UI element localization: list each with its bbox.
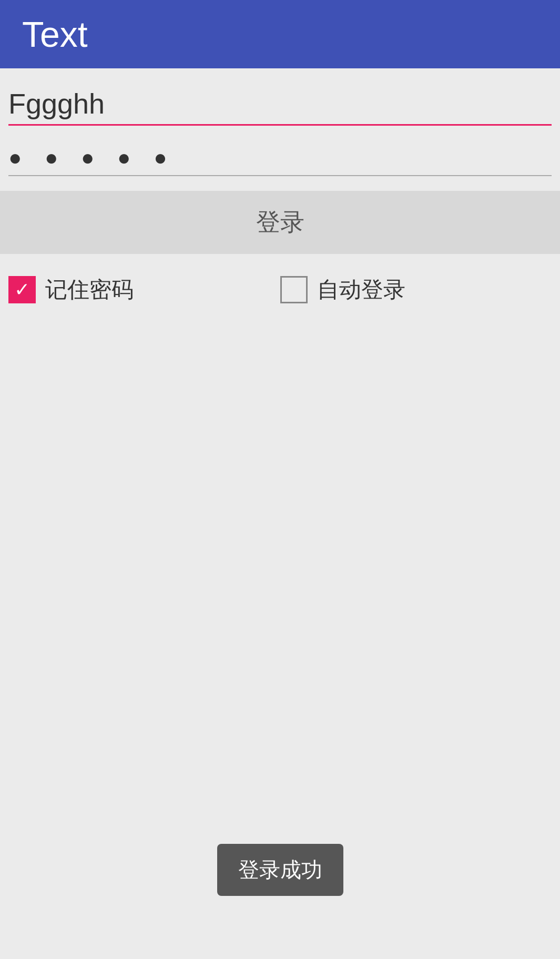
checkbox-row: ✓ 记住密码 自动登录: [0, 254, 560, 304]
password-dots: ● ● ● ● ●: [8, 140, 552, 175]
login-button[interactable]: 登录: [0, 191, 560, 254]
auto-login-group: 自动登录: [280, 275, 552, 304]
auto-login-checkbox[interactable]: [280, 276, 308, 303]
login-button-container: 登录: [0, 176, 560, 254]
username-input[interactable]: [8, 83, 552, 124]
app-bar-title: Text: [22, 14, 88, 55]
checkmark-icon: ✓: [14, 280, 30, 299]
password-field-container: ● ● ● ● ●: [0, 126, 560, 176]
password-underline: [8, 175, 552, 176]
app-bar: Text: [0, 0, 560, 68]
remember-password-label: 记住密码: [45, 275, 134, 304]
username-field-container: [0, 68, 560, 126]
toast-container: 登录成功: [217, 844, 343, 896]
remember-password-group: ✓ 记住密码: [8, 275, 280, 304]
toast-message: 登录成功: [217, 844, 343, 896]
auto-login-label: 自动登录: [317, 275, 405, 304]
remember-password-checkbox[interactable]: ✓: [8, 276, 36, 303]
content-area: ● ● ● ● ● 登录 ✓ 记住密码 自动登录: [0, 68, 560, 959]
